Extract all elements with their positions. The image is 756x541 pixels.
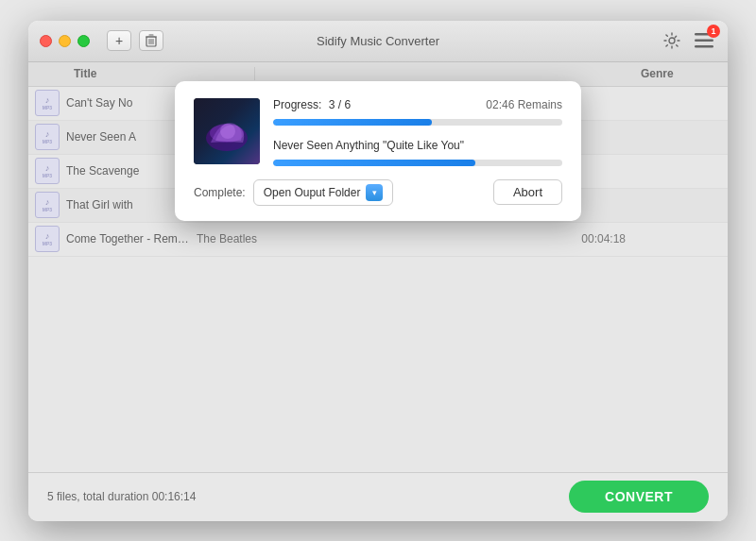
- album-art: [194, 98, 260, 164]
- minimize-button[interactable]: [59, 35, 71, 47]
- progress-time: 02:46 Remains: [486, 98, 562, 111]
- traffic-lights: [40, 35, 90, 47]
- window-title: Sidify Music Converter: [317, 34, 439, 48]
- current-track-label: Never Seen Anything "Quite Like You": [273, 139, 562, 152]
- close-button[interactable]: [40, 35, 52, 47]
- footer-info: 5 files, total duration 00:16:14: [47, 490, 196, 503]
- settings-button[interactable]: [660, 28, 684, 53]
- open-folder-select[interactable]: Open Ouput Folder ▾: [253, 179, 394, 206]
- track-progress-fill: [273, 160, 475, 166]
- svg-point-12: [220, 124, 235, 139]
- delete-button[interactable]: [139, 30, 163, 51]
- progress-label: Progress: 3 / 6: [273, 98, 351, 111]
- dropdown-arrow-icon: ▾: [366, 184, 383, 201]
- progress-info: Progress: 3 / 6 02:46 Remains Never Seen…: [273, 98, 562, 166]
- notification-badge: 1: [707, 25, 720, 38]
- svg-rect-9: [695, 45, 713, 48]
- overall-progress-fill: [273, 119, 432, 126]
- progress-popup: Progress: 3 / 6 02:46 Remains Never Seen…: [175, 81, 581, 221]
- trash-icon: [146, 34, 157, 47]
- svg-rect-8: [695, 40, 713, 42]
- content-area: Title Genre ♪ MP3 Can't Say No: [28, 62, 728, 472]
- menu-button[interactable]: 1: [692, 28, 716, 53]
- abort-button[interactable]: Abort: [493, 179, 562, 205]
- progress-top: Progress: 3 / 6 02:46 Remains: [273, 98, 562, 111]
- popup-footer: Complete: Open Ouput Folder ▾ Abort: [194, 179, 562, 206]
- convert-button[interactable]: CONVERT: [569, 481, 709, 513]
- overall-progress-bar: [273, 119, 562, 126]
- titlebar-right: 1: [660, 28, 716, 53]
- main-window: + Sidify Music Converter: [28, 21, 728, 521]
- footer: 5 files, total duration 00:16:14 CONVERT: [28, 472, 728, 521]
- gear-icon: [663, 32, 680, 49]
- popup-overlay: Progress: 3 / 6 02:46 Remains Never Seen…: [28, 62, 728, 472]
- add-button[interactable]: +: [107, 30, 131, 51]
- complete-label: Complete:: [194, 186, 246, 199]
- titlebar-actions: +: [107, 30, 163, 51]
- svg-point-6: [669, 38, 675, 43]
- open-folder-text: Open Ouput Folder: [264, 186, 361, 199]
- album-art-graphic: [201, 105, 253, 157]
- titlebar: + Sidify Music Converter: [28, 21, 728, 62]
- popup-header: Progress: 3 / 6 02:46 Remains Never Seen…: [194, 98, 562, 166]
- track-progress-bar: [273, 160, 562, 166]
- maximize-button[interactable]: [77, 35, 90, 47]
